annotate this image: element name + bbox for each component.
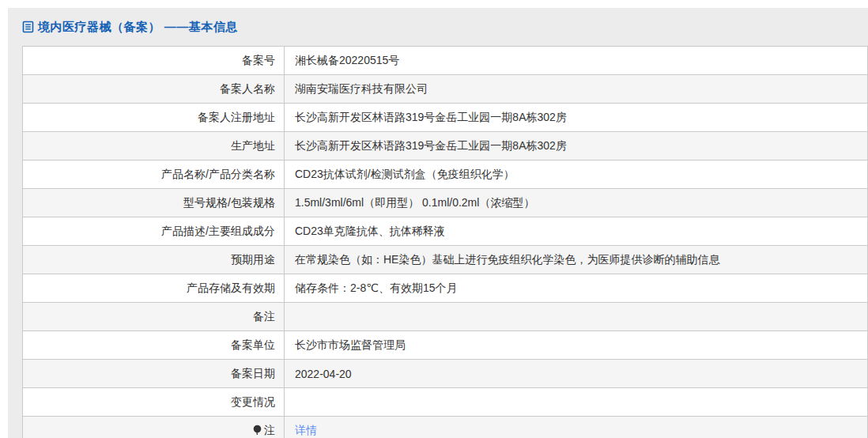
row-label-text: 备案号 xyxy=(242,54,275,66)
row-label: 注 xyxy=(23,417,285,438)
info-card: 备案号湘长械备20220515号备案人名称湖南安瑞医疗科技有限公司备案人注册地址… xyxy=(22,46,868,438)
page-header: 境内医疗器械（备案） ——基本信息 xyxy=(8,8,868,46)
row-label: 备案号 xyxy=(23,47,285,75)
row-value-text: 长沙高新开发区林语路319号金岳工业园一期8A栋302房 xyxy=(295,139,567,152)
table-row: 备案日期2022-04-20 xyxy=(23,360,868,388)
content-panel: 境内医疗器械（备案） ——基本信息 备案号湘长械备20220515号备案人名称湖… xyxy=(8,8,868,438)
row-value: 长沙市市场监督管理局 xyxy=(285,331,868,360)
row-value-text: 1.5ml/3ml/6ml（即用型） 0.1ml/0.2ml（浓缩型） xyxy=(295,196,534,209)
table-row: 产品存储及有效期储存条件：2-8℃、有效期15个月 xyxy=(23,274,868,303)
row-label: 型号规格/包装规格 xyxy=(23,189,285,217)
row-value: 2022-04-20 xyxy=(285,360,868,388)
row-label-text: 备案单位 xyxy=(231,338,275,351)
table-row: 预期用途在常规染色（如：HE染色）基础上进行免疫组织化学染色，为医师提供诊断的辅… xyxy=(23,246,868,274)
info-table-body: 备案号湘长械备20220515号备案人名称湖南安瑞医疗科技有限公司备案人注册地址… xyxy=(23,47,868,438)
row-value-text: 湖南安瑞医疗科技有限公司 xyxy=(295,82,428,95)
row-value xyxy=(285,303,868,331)
table-row: 生产地址长沙高新开发区林语路319号金岳工业园一期8A栋302房 xyxy=(23,132,868,160)
page-title: 境内医疗器械（备案） ——基本信息 xyxy=(38,20,238,35)
row-label: 备案人注册地址 xyxy=(23,104,285,132)
table-row: 型号规格/包装规格1.5ml/3ml/6ml（即用型） 0.1ml/0.2ml（… xyxy=(23,189,868,217)
table-row: 备案单位长沙市市场监督管理局 xyxy=(23,331,868,360)
row-value: CD23抗体试剂/检测试剂盒（免疫组织化学） xyxy=(285,160,868,189)
row-label-text: 备案日期 xyxy=(231,367,275,379)
table-row: 备案人注册地址长沙高新开发区林语路319号金岳工业园一期8A栋302房 xyxy=(23,104,868,132)
document-icon xyxy=(22,21,34,33)
row-label-text: 产品存储及有效期 xyxy=(187,281,275,294)
row-label: 备注 xyxy=(23,303,285,331)
row-label-text: 生产地址 xyxy=(231,139,275,152)
info-table: 备案号湘长械备20220515号备案人名称湖南安瑞医疗科技有限公司备案人注册地址… xyxy=(22,46,868,438)
table-row: 产品名称/产品分类名称CD23抗体试剂/检测试剂盒（免疫组织化学） xyxy=(23,160,868,189)
row-value: 详情 xyxy=(285,417,868,438)
balloon-icon xyxy=(252,425,262,438)
row-label: 备案单位 xyxy=(23,331,285,360)
row-label: 产品描述/主要组成成分 xyxy=(23,217,285,246)
table-row: 产品描述/主要组成成分CD23单克隆抗体、抗体稀释液 xyxy=(23,217,868,246)
row-value-text: CD23单克隆抗体、抗体稀释液 xyxy=(295,225,445,237)
row-label-text: 产品描述/主要组成成分 xyxy=(161,225,275,237)
row-label-text: 注 xyxy=(264,424,275,436)
row-label: 预期用途 xyxy=(23,246,285,274)
row-value: 储存条件：2-8℃、有效期15个月 xyxy=(285,274,868,303)
row-label-text: 产品名称/产品分类名称 xyxy=(161,168,275,180)
row-label: 产品名称/产品分类名称 xyxy=(23,160,285,189)
row-label: 变更情况 xyxy=(23,388,285,417)
table-row: 注详情 xyxy=(23,417,868,438)
table-row: 变更情况 xyxy=(23,388,868,417)
row-value: 湖南安瑞医疗科技有限公司 xyxy=(285,75,868,104)
row-label: 备案日期 xyxy=(23,360,285,388)
row-value: CD23单克隆抗体、抗体稀释液 xyxy=(285,217,868,246)
row-value: 在常规染色（如：HE染色）基础上进行免疫组织化学染色，为医师提供诊断的辅助信息 xyxy=(285,246,868,274)
table-row: 备案号湘长械备20220515号 xyxy=(23,47,868,75)
row-label-text: 备案人名称 xyxy=(220,82,275,95)
table-row: 备案人名称湖南安瑞医疗科技有限公司 xyxy=(23,75,868,104)
details-link[interactable]: 详情 xyxy=(295,424,317,436)
row-label: 产品存储及有效期 xyxy=(23,274,285,303)
row-label-text: 备注 xyxy=(253,310,275,323)
row-value-text: 长沙高新开发区林语路319号金岳工业园一期8A栋302房 xyxy=(295,111,567,123)
row-label-text: 型号规格/包装规格 xyxy=(183,196,275,209)
row-value: 长沙高新开发区林语路319号金岳工业园一期8A栋302房 xyxy=(285,132,868,160)
row-value xyxy=(285,388,868,417)
row-value-text: 在常规染色（如：HE染色）基础上进行免疫组织化学染色，为医师提供诊断的辅助信息 xyxy=(295,253,719,266)
table-row: 备注 xyxy=(23,303,868,331)
row-value-text: 2022-04-20 xyxy=(295,368,352,380)
row-value-text: CD23抗体试剂/检测试剂盒（免疫组织化学） xyxy=(295,168,515,180)
row-label: 备案人名称 xyxy=(23,75,285,104)
row-value-text: 储存条件：2-8℃、有效期15个月 xyxy=(295,281,458,294)
row-value: 1.5ml/3ml/6ml（即用型） 0.1ml/0.2ml（浓缩型） xyxy=(285,189,868,217)
row-value-text: 长沙市市场监督管理局 xyxy=(295,338,406,351)
row-value: 长沙高新开发区林语路319号金岳工业园一期8A栋302房 xyxy=(285,104,868,132)
row-label: 生产地址 xyxy=(23,132,285,160)
row-value: 湘长械备20220515号 xyxy=(285,47,868,75)
row-value-text: 湘长械备20220515号 xyxy=(295,54,399,66)
row-label-text: 备案人注册地址 xyxy=(198,111,275,123)
row-label-text: 预期用途 xyxy=(231,253,275,266)
row-label-text: 变更情况 xyxy=(231,395,275,408)
